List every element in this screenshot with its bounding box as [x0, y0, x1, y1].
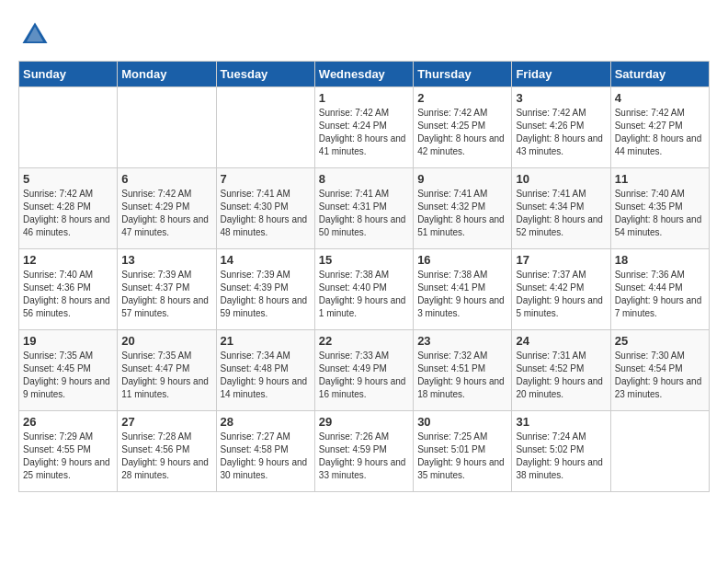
day-info: Sunrise: 7:38 AM Sunset: 4:41 PM Dayligh…	[417, 269, 507, 320]
calendar-cell: 22Sunrise: 7:33 AM Sunset: 4:49 PM Dayli…	[314, 330, 413, 411]
day-number: 7	[221, 172, 311, 186]
calendar-table: SundayMondayTuesdayWednesdayThursdayFrid…	[18, 61, 710, 492]
calendar-cell: 24Sunrise: 7:31 AM Sunset: 4:52 PM Dayli…	[512, 330, 610, 411]
day-info: Sunrise: 7:30 AM Sunset: 4:54 PM Dayligh…	[615, 350, 705, 401]
calendar-cell: 26Sunrise: 7:29 AM Sunset: 4:55 PM Dayli…	[19, 411, 118, 492]
day-number: 12	[23, 253, 113, 267]
day-number: 17	[516, 253, 606, 267]
day-info: Sunrise: 7:33 AM Sunset: 4:49 PM Dayligh…	[319, 350, 409, 401]
calendar-header-row: SundayMondayTuesdayWednesdayThursdayFrid…	[19, 62, 710, 87]
day-info: Sunrise: 7:24 AM Sunset: 5:02 PM Dayligh…	[516, 431, 606, 482]
day-info: Sunrise: 7:42 AM Sunset: 4:25 PM Dayligh…	[417, 107, 507, 158]
logo-icon	[18, 18, 51, 52]
day-info: Sunrise: 7:32 AM Sunset: 4:51 PM Dayligh…	[417, 350, 507, 401]
day-number: 16	[417, 253, 507, 267]
day-info: Sunrise: 7:28 AM Sunset: 4:56 PM Dayligh…	[121, 431, 211, 482]
calendar-cell: 5Sunrise: 7:42 AM Sunset: 4:28 PM Daylig…	[19, 168, 118, 249]
calendar-week-row: 5Sunrise: 7:42 AM Sunset: 4:28 PM Daylig…	[19, 168, 710, 249]
day-info: Sunrise: 7:26 AM Sunset: 4:59 PM Dayligh…	[319, 431, 409, 482]
calendar-week-row: 12Sunrise: 7:40 AM Sunset: 4:36 PM Dayli…	[19, 249, 710, 330]
calendar-cell: 25Sunrise: 7:30 AM Sunset: 4:54 PM Dayli…	[610, 330, 709, 411]
day-info: Sunrise: 7:39 AM Sunset: 4:39 PM Dayligh…	[221, 269, 311, 320]
calendar-week-row: 26Sunrise: 7:29 AM Sunset: 4:55 PM Dayli…	[19, 411, 710, 492]
day-info: Sunrise: 7:41 AM Sunset: 4:34 PM Dayligh…	[516, 188, 606, 239]
calendar-week-row: 1Sunrise: 7:42 AM Sunset: 4:24 PM Daylig…	[19, 87, 710, 168]
calendar-cell: 16Sunrise: 7:38 AM Sunset: 4:41 PM Dayli…	[414, 249, 512, 330]
day-info: Sunrise: 7:35 AM Sunset: 4:45 PM Dayligh…	[23, 350, 113, 401]
day-number: 27	[121, 415, 211, 429]
calendar-day-header: Thursday	[414, 62, 512, 87]
day-number: 1	[319, 91, 409, 105]
calendar-day-header: Sunday	[19, 62, 118, 87]
calendar-cell	[118, 87, 216, 168]
calendar-day-header: Wednesday	[314, 62, 413, 87]
day-info: Sunrise: 7:35 AM Sunset: 4:47 PM Dayligh…	[121, 350, 211, 401]
day-number: 20	[121, 334, 211, 348]
day-number: 22	[319, 334, 409, 348]
day-info: Sunrise: 7:34 AM Sunset: 4:48 PM Dayligh…	[221, 350, 311, 401]
calendar-cell: 12Sunrise: 7:40 AM Sunset: 4:36 PM Dayli…	[19, 249, 118, 330]
day-number: 13	[121, 253, 211, 267]
day-number: 15	[319, 253, 409, 267]
calendar-cell: 9Sunrise: 7:41 AM Sunset: 4:32 PM Daylig…	[414, 168, 512, 249]
calendar-cell	[216, 87, 314, 168]
day-info: Sunrise: 7:25 AM Sunset: 5:01 PM Dayligh…	[417, 431, 507, 482]
day-number: 4	[615, 91, 705, 105]
day-number: 6	[121, 172, 211, 186]
day-info: Sunrise: 7:36 AM Sunset: 4:44 PM Dayligh…	[615, 269, 705, 320]
calendar-cell: 15Sunrise: 7:38 AM Sunset: 4:40 PM Dayli…	[314, 249, 413, 330]
calendar-cell: 10Sunrise: 7:41 AM Sunset: 4:34 PM Dayli…	[512, 168, 610, 249]
day-number: 29	[319, 415, 409, 429]
day-number: 23	[417, 334, 507, 348]
day-info: Sunrise: 7:31 AM Sunset: 4:52 PM Dayligh…	[516, 350, 606, 401]
calendar-cell: 21Sunrise: 7:34 AM Sunset: 4:48 PM Dayli…	[216, 330, 314, 411]
day-info: Sunrise: 7:29 AM Sunset: 4:55 PM Dayligh…	[23, 431, 113, 482]
calendar-cell: 20Sunrise: 7:35 AM Sunset: 4:47 PM Dayli…	[118, 330, 216, 411]
calendar-cell: 17Sunrise: 7:37 AM Sunset: 4:42 PM Dayli…	[512, 249, 610, 330]
day-number: 26	[23, 415, 113, 429]
calendar-day-header: Friday	[512, 62, 610, 87]
calendar-cell: 1Sunrise: 7:42 AM Sunset: 4:24 PM Daylig…	[314, 87, 413, 168]
calendar-cell: 11Sunrise: 7:40 AM Sunset: 4:35 PM Dayli…	[610, 168, 709, 249]
calendar-cell: 23Sunrise: 7:32 AM Sunset: 4:51 PM Dayli…	[414, 330, 512, 411]
day-info: Sunrise: 7:40 AM Sunset: 4:36 PM Dayligh…	[23, 269, 113, 320]
day-number: 25	[615, 334, 705, 348]
calendar-week-row: 19Sunrise: 7:35 AM Sunset: 4:45 PM Dayli…	[19, 330, 710, 411]
calendar-cell: 2Sunrise: 7:42 AM Sunset: 4:25 PM Daylig…	[414, 87, 512, 168]
calendar-cell: 30Sunrise: 7:25 AM Sunset: 5:01 PM Dayli…	[414, 411, 512, 492]
day-number: 31	[516, 415, 606, 429]
calendar-cell: 3Sunrise: 7:42 AM Sunset: 4:26 PM Daylig…	[512, 87, 610, 168]
calendar-cell	[19, 87, 118, 168]
day-info: Sunrise: 7:37 AM Sunset: 4:42 PM Dayligh…	[516, 269, 606, 320]
calendar-cell: 14Sunrise: 7:39 AM Sunset: 4:39 PM Dayli…	[216, 249, 314, 330]
day-number: 8	[319, 172, 409, 186]
calendar-cell: 7Sunrise: 7:41 AM Sunset: 4:30 PM Daylig…	[216, 168, 314, 249]
page-header	[18, 18, 710, 52]
day-number: 10	[516, 172, 606, 186]
day-info: Sunrise: 7:38 AM Sunset: 4:40 PM Dayligh…	[319, 269, 409, 320]
calendar-day-header: Saturday	[610, 62, 709, 87]
day-info: Sunrise: 7:42 AM Sunset: 4:27 PM Dayligh…	[615, 107, 705, 158]
calendar-cell: 13Sunrise: 7:39 AM Sunset: 4:37 PM Dayli…	[118, 249, 216, 330]
logo	[18, 18, 55, 52]
day-number: 3	[516, 91, 606, 105]
day-number: 28	[221, 415, 311, 429]
day-number: 2	[417, 91, 507, 105]
calendar-cell	[610, 411, 709, 492]
calendar-cell: 8Sunrise: 7:41 AM Sunset: 4:31 PM Daylig…	[314, 168, 413, 249]
day-info: Sunrise: 7:27 AM Sunset: 4:58 PM Dayligh…	[221, 431, 311, 482]
day-number: 19	[23, 334, 113, 348]
calendar-cell: 28Sunrise: 7:27 AM Sunset: 4:58 PM Dayli…	[216, 411, 314, 492]
day-number: 5	[23, 172, 113, 186]
calendar-cell: 27Sunrise: 7:28 AM Sunset: 4:56 PM Dayli…	[118, 411, 216, 492]
calendar-day-header: Tuesday	[216, 62, 314, 87]
day-info: Sunrise: 7:42 AM Sunset: 4:26 PM Dayligh…	[516, 107, 606, 158]
day-info: Sunrise: 7:42 AM Sunset: 4:24 PM Dayligh…	[319, 107, 409, 158]
day-number: 30	[417, 415, 507, 429]
calendar-cell: 19Sunrise: 7:35 AM Sunset: 4:45 PM Dayli…	[19, 330, 118, 411]
day-number: 11	[615, 172, 705, 186]
day-info: Sunrise: 7:41 AM Sunset: 4:32 PM Dayligh…	[417, 188, 507, 239]
day-number: 9	[417, 172, 507, 186]
day-info: Sunrise: 7:41 AM Sunset: 4:31 PM Dayligh…	[319, 188, 409, 239]
day-number: 24	[516, 334, 606, 348]
